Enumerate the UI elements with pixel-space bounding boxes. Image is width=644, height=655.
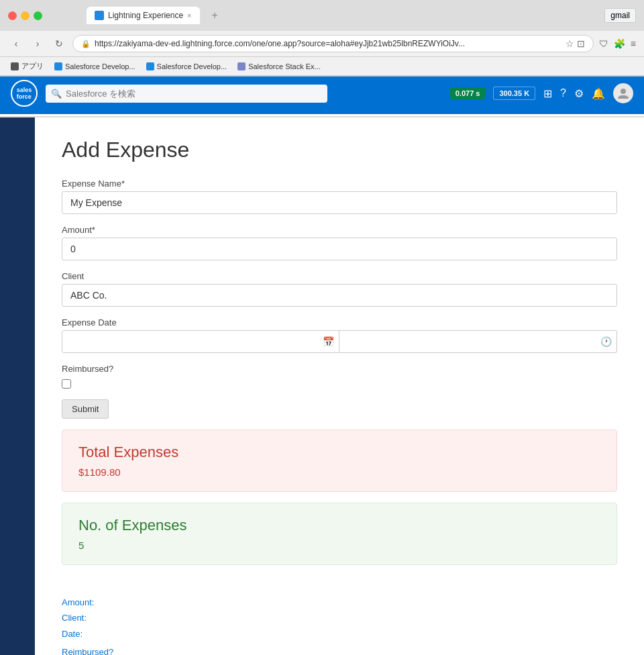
forward-button[interactable]: › bbox=[30, 36, 46, 52]
bookmark-sf1-label: Salesforce Develop... bbox=[65, 62, 136, 70]
bookmark-icon[interactable]: ☆ bbox=[566, 38, 574, 49]
url-text: https://zakiyama-dev-ed.lightning.force.… bbox=[95, 39, 561, 48]
page-title: Add Expense bbox=[62, 138, 617, 162]
summary-amount-label: Amount: bbox=[62, 595, 617, 610]
sf-bookmark-icon3 bbox=[237, 62, 246, 70]
address-bar: ‹ › ↻ 🔒 https://zakiyama-dev-ed.lightnin… bbox=[0, 31, 644, 57]
sidebar bbox=[0, 117, 35, 655]
total-expenses-card: Total Expenses $1109.80 bbox=[62, 430, 617, 492]
time-input[interactable] bbox=[339, 330, 617, 353]
header-right-area: 0.077 s 300.35 K ⊞ ? ⚙ 🔔 bbox=[450, 83, 633, 103]
tab-favicon bbox=[95, 11, 104, 20]
performance-badge: 0.077 s bbox=[450, 87, 486, 99]
apps-grid-icon bbox=[11, 62, 19, 70]
client-input[interactable] bbox=[62, 284, 617, 307]
grid-icon[interactable]: ⊞ bbox=[543, 87, 552, 100]
bookmark-sf2[interactable]: Salesforce Develop... bbox=[144, 61, 230, 72]
bookmark-sf3[interactable]: Salesforce Stack Ex... bbox=[235, 61, 323, 72]
sf-bookmark-icon bbox=[54, 62, 62, 70]
no-of-expenses-title: No. of Expenses bbox=[78, 517, 600, 534]
gmail-button[interactable]: gmail bbox=[604, 8, 636, 23]
bookmark-sf3-label: Salesforce Stack Ex... bbox=[248, 62, 321, 70]
reimbursed-field: Reimbursed? bbox=[62, 364, 617, 389]
traffic-lights bbox=[8, 11, 42, 20]
minimize-button[interactable] bbox=[21, 11, 30, 20]
search-icon: 🔍 bbox=[51, 89, 62, 99]
expense-name-field: Expense Name* bbox=[62, 179, 617, 214]
summary-reimbursed-row: Reimbursed? bbox=[62, 644, 617, 655]
help-icon[interactable]: ? bbox=[560, 87, 566, 99]
expense-name-label: Expense Name* bbox=[62, 179, 617, 189]
reload-button[interactable]: ↻ bbox=[51, 36, 67, 52]
size-badge: 300.35 K bbox=[493, 87, 535, 100]
time-input-wrapper: 🕐 bbox=[339, 330, 617, 353]
expense-date-label: Expense Date bbox=[62, 317, 617, 328]
bookmark-apps-label: アプリ bbox=[21, 61, 44, 71]
client-label: Client bbox=[62, 271, 617, 281]
no-of-expenses-card: No. of Expenses 5 bbox=[62, 503, 617, 565]
salesforce-logo[interactable]: salesforce bbox=[11, 80, 38, 107]
shield-icon[interactable]: 🛡 bbox=[599, 38, 608, 49]
total-expenses-value: $1109.80 bbox=[78, 466, 600, 478]
expense-name-input[interactable] bbox=[62, 191, 617, 214]
amount-field: Amount* bbox=[62, 225, 617, 260]
user-avatar[interactable] bbox=[613, 83, 633, 103]
reimbursed-checkbox-label bbox=[62, 379, 617, 389]
salesforce-header: salesforce 🔍 0.077 s 300.35 K ⊞ ? ⚙ 🔔 bbox=[0, 77, 644, 110]
clock-icon[interactable]: 🕐 bbox=[600, 336, 612, 347]
search-input[interactable] bbox=[46, 85, 327, 103]
settings-icon[interactable]: ⚙ bbox=[574, 87, 584, 100]
menu-icon[interactable]: ≡ bbox=[631, 38, 636, 49]
client-field: Client bbox=[62, 271, 617, 307]
svg-point-0 bbox=[621, 89, 626, 94]
bookmark-apps[interactable]: アプリ bbox=[8, 60, 46, 72]
summary-date-label: Date: bbox=[62, 626, 617, 642]
summary-list-1: Amount: Client: Date: Reimbursed? bbox=[62, 595, 617, 655]
expense-date-field: Expense Date 📅 🕐 bbox=[62, 317, 617, 353]
submit-button[interactable]: Submit bbox=[62, 399, 109, 419]
search-bar: 🔍 bbox=[46, 85, 327, 103]
amount-label: Amount* bbox=[62, 225, 617, 235]
sf-bookmark-icon2 bbox=[146, 62, 154, 70]
amount-input[interactable] bbox=[62, 238, 617, 260]
tab-title: Lightning Experience bbox=[108, 11, 183, 20]
tab-close-button[interactable]: × bbox=[187, 11, 191, 19]
lock-icon: 🔒 bbox=[81, 40, 91, 48]
bookmark-sf1[interactable]: Salesforce Develop... bbox=[52, 61, 138, 72]
date-input-wrapper: 📅 bbox=[62, 330, 339, 353]
reimbursed-label: Reimbursed? bbox=[62, 364, 617, 374]
new-tab-button[interactable]: + bbox=[205, 5, 225, 26]
main-content: Add Expense Expense Name* Amount* Client… bbox=[35, 117, 644, 655]
date-input[interactable] bbox=[62, 330, 339, 353]
summary-reimbursed-label: Reimbursed? bbox=[62, 644, 617, 655]
calendar-icon[interactable]: 📅 bbox=[323, 336, 334, 347]
bookmark-sf2-label: Salesforce Develop... bbox=[157, 62, 227, 70]
total-expenses-title: Total Expenses bbox=[78, 444, 600, 461]
bookmarks-bar: アプリ Salesforce Develop... Salesforce Dev… bbox=[0, 57, 644, 76]
close-button[interactable] bbox=[8, 11, 17, 20]
url-input[interactable]: 🔒 https://zakiyama-dev-ed.lightning.forc… bbox=[72, 35, 594, 52]
maximize-button[interactable] bbox=[34, 11, 42, 20]
back-button[interactable]: ‹ bbox=[8, 36, 24, 52]
reimbursed-checkbox[interactable] bbox=[62, 379, 71, 389]
active-tab[interactable]: Lightning Experience × bbox=[87, 7, 200, 24]
reader-mode-icon[interactable]: ⊡ bbox=[577, 38, 585, 49]
no-of-expenses-value: 5 bbox=[78, 540, 600, 551]
notifications-icon[interactable]: 🔔 bbox=[592, 87, 605, 100]
summary-client-label: Client: bbox=[62, 610, 617, 625]
extensions-icon[interactable]: 🧩 bbox=[614, 38, 625, 49]
